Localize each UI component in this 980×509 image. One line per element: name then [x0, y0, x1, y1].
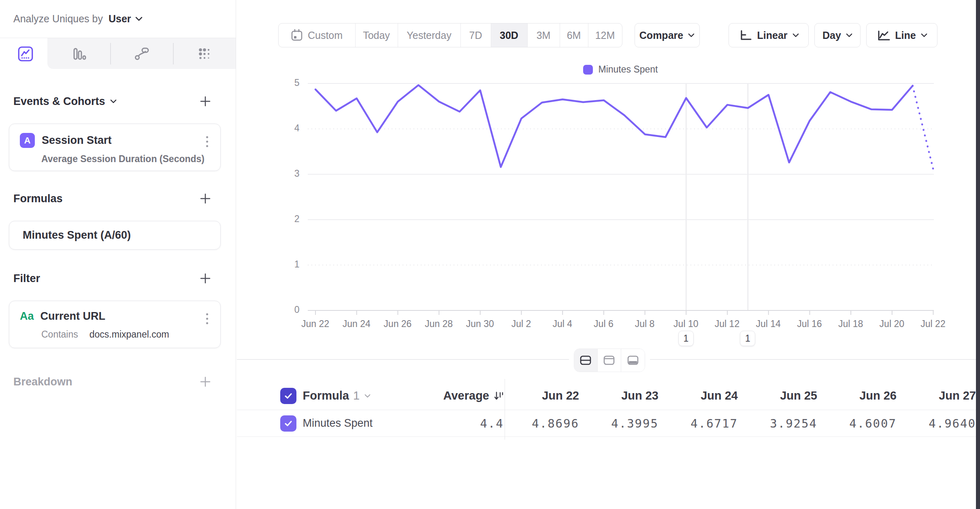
y-axis-label: 2 [275, 214, 300, 225]
legend-swatch [583, 65, 593, 75]
date-range-custom[interactable]: Custom [279, 24, 356, 47]
legend-series-label[interactable]: Minutes Spent [598, 64, 658, 75]
chart-legend: Minutes Spent [308, 64, 934, 75]
filter-card-current-url[interactable]: Aa Current URL Contains docs.mixpanel.co… [9, 301, 221, 348]
table-date-header[interactable]: Jun 22 [504, 389, 583, 402]
row-checkbox[interactable] [280, 415, 296, 432]
chart-controls-row: CustomTodayYesterday7D30D3M6M12M Compare… [278, 23, 938, 47]
select-all-checkbox[interactable] [280, 388, 296, 404]
chart-only-view-button[interactable] [598, 349, 621, 372]
event-card-session-start[interactable]: A Session Start Average Session Duration… [9, 124, 221, 171]
tab-divider [110, 43, 111, 64]
line-chart-plot[interactable] [308, 83, 934, 319]
tab-retention[interactable] [184, 38, 225, 69]
tab-insights[interactable] [5, 38, 46, 69]
table-value-cell: 4.6717 [663, 417, 742, 430]
table-date-header[interactable]: Jun 25 [742, 389, 821, 402]
average-column-header[interactable]: Average [443, 389, 489, 402]
table-value-cell: 4.3995 [583, 417, 663, 430]
plus-icon [199, 272, 211, 284]
date-range-today[interactable]: Today [356, 24, 398, 47]
filter-card-title-row: Aa Current URL [9, 301, 220, 323]
date-range-control: CustomTodayYesterday7D30D3M6M12M [278, 23, 622, 47]
y-axis-label: 3 [275, 168, 300, 179]
chevron-down-icon [688, 33, 695, 37]
filter-header: Filter [13, 269, 213, 287]
y-axis-label: 5 [275, 77, 300, 88]
breakdown-header: Breakdown [13, 373, 213, 391]
chart-only-view-icon [603, 355, 615, 365]
flows-icon [133, 45, 151, 63]
y-axis-label: 4 [275, 123, 300, 134]
check-icon [283, 391, 293, 401]
date-range-7d[interactable]: 7D [461, 24, 491, 47]
chevron-down-icon [110, 99, 117, 103]
chart-type-selector-button[interactable]: Line [866, 23, 937, 47]
table-data-row: Minutes Spent 4.4 4.86964.39954.67173.92… [237, 410, 980, 437]
table-date-header[interactable]: Jun 24 [663, 389, 742, 402]
view-toggle-control [574, 349, 645, 372]
query-builder-sidebar: Analyze Uniques by User [0, 0, 236, 509]
check-icon [283, 419, 293, 428]
split-view-icon [580, 355, 591, 365]
formula-card[interactable]: Minutes Spent (A/60) [9, 221, 221, 250]
scale-selector-button[interactable]: Linear [729, 23, 809, 47]
events-cohorts-title[interactable]: Events & Cohorts [13, 95, 105, 108]
filter-card-menu-button[interactable] [205, 312, 210, 326]
filter-condition[interactable]: Contains docs.mixpanel.com [9, 323, 220, 340]
table-column-separator [505, 379, 505, 440]
formulas-header: Formulas [13, 190, 213, 207]
add-formula-button[interactable] [198, 191, 213, 206]
formula-expression: Minutes Spent (A/60) [9, 221, 220, 249]
add-event-button[interactable] [198, 94, 213, 109]
date-range-6m[interactable]: 6M [560, 24, 588, 47]
split-view-button[interactable] [574, 349, 598, 372]
add-filter-button[interactable] [198, 271, 213, 286]
table-value-cell: 4.9640 [901, 417, 980, 430]
table-date-header[interactable]: Jun 27 [901, 389, 980, 402]
formula-group-label[interactable]: Formula [303, 389, 349, 402]
table-date-header[interactable]: Jun 26 [821, 389, 901, 402]
tab-flows[interactable] [121, 38, 162, 69]
analyze-value-dropdown[interactable]: User [109, 13, 131, 25]
granularity-selector-button[interactable]: Day [814, 23, 861, 47]
breakdown-title: Breakdown [13, 376, 72, 388]
tab-bar-chart[interactable] [59, 38, 99, 69]
annotation-badge-jul-13[interactable]: 1 [740, 331, 755, 346]
filter-value[interactable]: docs.mixpanel.com [89, 329, 169, 340]
sort-descending-icon[interactable] [493, 391, 504, 401]
event-aggregation[interactable]: Average Session Duration (Seconds) [9, 148, 220, 165]
string-property-icon: Aa [20, 310, 34, 323]
table-only-view-button[interactable] [621, 349, 645, 372]
analyze-header: Analyze Uniques by User [0, 0, 236, 38]
filter-title: Filter [13, 272, 40, 285]
plus-icon [199, 192, 211, 205]
line-chart-icon [876, 29, 890, 41]
table-date-header[interactable]: Jun 23 [583, 389, 663, 402]
insights-report-page: Analyze Uniques by User [0, 0, 980, 509]
chevron-down-icon [846, 33, 852, 37]
date-range-3m[interactable]: 3M [528, 24, 560, 47]
filter-operator[interactable]: Contains [41, 329, 78, 340]
y-axis-label: 0 [275, 304, 300, 315]
date-range-30d[interactable]: 30D [491, 24, 528, 47]
tab-divider [173, 43, 174, 64]
date-range-12m[interactable]: 12M [588, 24, 622, 47]
event-card-menu-button[interactable] [205, 135, 210, 149]
chevron-down-icon [921, 33, 927, 37]
date-range-yesterday[interactable]: Yesterday [398, 24, 461, 47]
chevron-down-icon[interactable] [364, 394, 371, 398]
x-axis-label: Jul 22 [909, 319, 957, 329]
plus-icon [199, 376, 211, 388]
add-breakdown-button[interactable] [198, 374, 213, 389]
event-letter-badge: A [20, 133, 35, 148]
report-type-tabs [0, 38, 236, 69]
compare-button[interactable]: Compare [635, 23, 700, 47]
scrollbar[interactable] [976, 0, 980, 509]
view-toggle-wrap [569, 344, 650, 377]
plus-icon [199, 95, 211, 107]
filter-property-name: Current URL [40, 310, 106, 323]
annotation-badge-jul-10[interactable]: 1 [678, 331, 694, 346]
bar-chart-icon [70, 45, 88, 63]
analyze-label: Analyze Uniques by [13, 13, 103, 25]
